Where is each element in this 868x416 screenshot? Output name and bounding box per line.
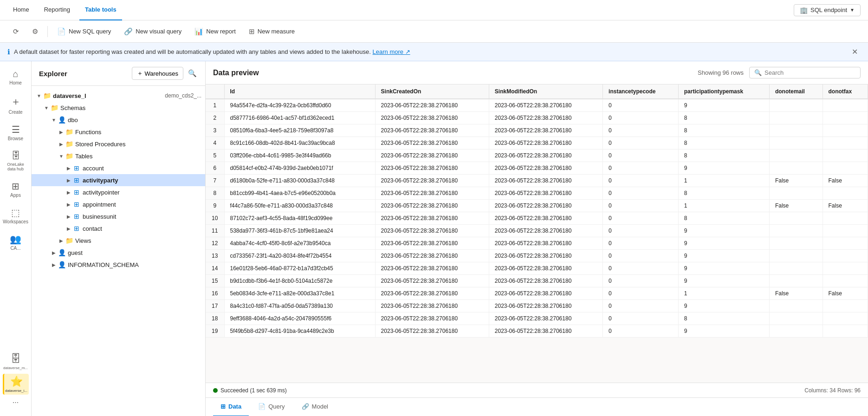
cell-instance: 0	[603, 237, 679, 250]
table-row: 10 87102c72-aef3-4c55-8ada-48f19cd099ee …	[206, 212, 868, 225]
sidebar-item-workspaces[interactable]: ⬚ Workspaces	[2, 203, 30, 228]
tree-guest-item[interactable]: ▶ 👤 guest	[32, 247, 205, 259]
table-row: 13 cd733567-23f1-4a20-8034-8fe4f72b4554 …	[206, 250, 868, 262]
cell-donotemail	[769, 187, 823, 200]
cell-instance: 0	[603, 250, 679, 262]
table-row: 14 16e01f28-5eb6-46a0-8772-b1a7d3f2cb45 …	[206, 262, 868, 275]
tab-data[interactable]: ⊞ Data	[213, 398, 249, 416]
cell-participation: 8	[678, 212, 769, 225]
cell-donotfax	[823, 225, 868, 237]
cell-id: b9d1cdbb-f3b6-4e1f-8cb0-5104a1c5872e	[224, 275, 375, 287]
new-report-button[interactable]: 📊 New report	[189, 25, 241, 39]
tree-dbo-item[interactable]: ▼ 👤 dbo	[32, 114, 205, 126]
tree-schemas-item[interactable]: ▼ 📁 Schemas	[32, 102, 205, 114]
cell-donotemail: False	[769, 200, 823, 212]
sidebar-item-browse[interactable]: ☰ Browse	[2, 120, 30, 145]
chevron-down-icon: ▼	[850, 7, 855, 13]
cell-participation: 1	[678, 175, 769, 187]
search-input[interactable]	[764, 69, 855, 76]
cell-sinkcreatedon: 2023-06-05T22:28:38.2706180	[375, 137, 489, 150]
tab-query[interactable]: 📄 Query	[251, 398, 292, 416]
cell-donotemail	[769, 312, 823, 325]
cell-id: 03ff206e-cbb4-4c61-9985-3e3f449ad66b	[224, 150, 375, 162]
row-number: 8	[206, 187, 224, 200]
cell-id: b81ccb99-4b41-4aea-b7c5-e96e05200b0a	[224, 187, 375, 200]
sidebar-item-more[interactable]: ···	[3, 396, 29, 409]
cell-donotemail	[769, 262, 823, 275]
info-link[interactable]: Learn more ↗	[373, 48, 410, 55]
row-number: 7	[206, 175, 224, 187]
sidebar-item-dataverse2[interactable]: ⭐ dataverse_i...	[3, 374, 29, 395]
row-number: 10	[206, 212, 224, 225]
table-row: 8 b81ccb99-4b41-4aea-b7c5-e96e05200b0a 2…	[206, 187, 868, 200]
tab-reporting[interactable]: Reporting	[39, 0, 76, 20]
col-header-id: Id	[224, 84, 375, 99]
tree-functions-item[interactable]: ▶ 📁 Functions	[32, 126, 205, 138]
explorer-search-icon[interactable]: 🔍	[187, 68, 198, 78]
info-schema-icon: 👤	[58, 260, 66, 269]
tree-views-item[interactable]: ▶ 📁 Views	[32, 234, 205, 247]
row-number: 4	[206, 137, 224, 150]
new-visual-query-button[interactable]: 🔗 New visual query	[118, 25, 187, 39]
cell-donotemail	[769, 137, 823, 150]
tree-stored-procedures-item[interactable]: ▶ 📁 Stored Procedures	[32, 138, 205, 150]
tree-info-schema-item[interactable]: ▶ 👤 INFORMATION_SCHEMA	[32, 259, 205, 271]
tree-root-item[interactable]: ▼ 📁 dataverse_l demo_cds2_...	[32, 90, 205, 102]
tab-home[interactable]: Home	[7, 0, 35, 20]
cell-instance: 0	[603, 287, 679, 300]
tab-table-tools[interactable]: Table tools	[79, 0, 122, 20]
account-table-icon: ⊞	[72, 164, 81, 172]
settings-button[interactable]: ⚙	[26, 25, 44, 39]
sidebar-item-onelake[interactable]: 🗄 OneLake data hub	[2, 147, 30, 175]
new-measure-button[interactable]: ⊞ New measure	[243, 25, 300, 39]
refresh-button[interactable]: ⟳	[7, 25, 25, 39]
cell-sinkcreatedon: 2023-06-05T22:28:38.2706180	[375, 275, 489, 287]
tree-businessunit-item[interactable]: ▶ ⊞ businessunit	[32, 210, 205, 222]
tree-account-item[interactable]: ▶ ⊞ account	[32, 162, 205, 174]
tab-model[interactable]: 🔗 Model	[294, 398, 336, 416]
functions-folder-icon: 📁	[65, 128, 73, 136]
tables-chevron-icon: ▼	[58, 152, 65, 160]
table-container[interactable]: Id SinkCreatedOn SinkModifiedOn instance…	[206, 84, 868, 383]
tree-appointment-item[interactable]: ▶ ⊞ appointment	[32, 198, 205, 210]
status-text: Succeeded (1 sec 639 ms)	[220, 387, 287, 394]
tree-tables-item[interactable]: ▼ 📁 Tables	[32, 150, 205, 162]
cell-donotemail	[769, 300, 823, 312]
sidebar-item-home[interactable]: ⌂ Home	[2, 65, 30, 89]
row-number: 2	[206, 112, 224, 124]
sql-endpoint-button[interactable]: 🏢 SQL endpoint ▼	[794, 4, 861, 16]
new-sql-query-button[interactable]: 📄 New SQL query	[52, 25, 117, 39]
tree-activitypointer-item[interactable]: ▶ ⊞ activitypointer	[32, 186, 205, 198]
contact-table-icon: ⊞	[72, 224, 81, 233]
schemas-chevron-icon: ▼	[43, 104, 50, 111]
cell-donotemail	[769, 99, 823, 112]
search-icon: 🔍	[754, 69, 762, 76]
row-number: 5	[206, 150, 224, 162]
visual-query-icon: 🔗	[124, 27, 133, 36]
refresh-icon: ⟳	[13, 27, 19, 36]
sidebar-item-apps[interactable]: ⊞ Apps	[2, 177, 30, 202]
cell-sinkmodifiedon: 2023-06-05T22:28:38.2706180	[489, 237, 602, 250]
cell-donotfax	[823, 124, 868, 137]
cell-participation: 8	[678, 124, 769, 137]
tree-contact-item[interactable]: ▶ ⊞ contact	[32, 222, 205, 234]
toolbar-divider-1	[47, 26, 48, 37]
appointment-chevron-icon: ▶	[65, 201, 72, 208]
sidebar-item-create[interactable]: ＋ Create	[2, 91, 30, 118]
cell-sinkmodifiedon: 2023-06-05T22:28:38.2706180	[489, 150, 602, 162]
cell-participation: 9	[678, 262, 769, 275]
cell-instance: 0	[603, 162, 679, 175]
tree-activityparty-item[interactable]: ▶ ⊞ activityparty	[32, 174, 205, 186]
info-close-button[interactable]: ✕	[849, 46, 861, 57]
table-row: 12 4abba74c-4cf0-45f0-8c6f-a2e73b9540ca …	[206, 237, 868, 250]
explorer-title: Explorer	[39, 70, 67, 78]
cell-participation: 1	[678, 287, 769, 300]
sidebar-item-dataverse[interactable]: 🗄 dataverse_m...	[3, 351, 29, 372]
add-warehouses-button[interactable]: ＋ Warehouses	[132, 67, 184, 80]
cell-donotemail	[769, 275, 823, 287]
procs-folder-icon: 📁	[65, 140, 73, 148]
cell-donotemail	[769, 237, 823, 250]
search-box[interactable]: 🔍	[749, 67, 861, 78]
cell-sinkmodifiedon: 2023-06-05T22:28:38.2706180	[489, 250, 602, 262]
sidebar-item-ca[interactable]: 👥 CA...	[2, 230, 30, 254]
